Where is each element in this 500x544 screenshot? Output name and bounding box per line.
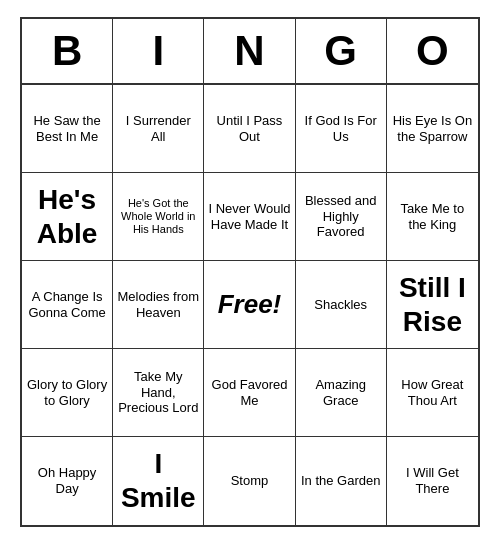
- bingo-cell-16: Take My Hand, Precious Lord: [113, 349, 204, 437]
- bingo-cell-23: In the Garden: [296, 437, 387, 525]
- bingo-cell-12: Free!: [204, 261, 295, 349]
- bingo-cell-10: A Change Is Gonna Come: [22, 261, 113, 349]
- bingo-cell-5: He's Able: [22, 173, 113, 261]
- bingo-cell-11: Melodies from Heaven: [113, 261, 204, 349]
- bingo-letter-n: N: [204, 19, 295, 83]
- bingo-cell-15: Glory to Glory to Glory: [22, 349, 113, 437]
- bingo-cell-1: I Surrender All: [113, 85, 204, 173]
- bingo-cell-20: Oh Happy Day: [22, 437, 113, 525]
- bingo-cell-19: How Great Thou Art: [387, 349, 478, 437]
- bingo-letter-i: I: [113, 19, 204, 83]
- bingo-grid: He Saw the Best In MeI Surrender AllUnti…: [22, 85, 478, 525]
- bingo-cell-18: Amazing Grace: [296, 349, 387, 437]
- bingo-card: BINGO He Saw the Best In MeI Surrender A…: [20, 17, 480, 527]
- bingo-cell-24: I Will Get There: [387, 437, 478, 525]
- bingo-letter-g: G: [296, 19, 387, 83]
- bingo-cell-4: His Eye Is On the Sparrow: [387, 85, 478, 173]
- bingo-letter-b: B: [22, 19, 113, 83]
- bingo-cell-14: Still I Rise: [387, 261, 478, 349]
- bingo-cell-13: Shackles: [296, 261, 387, 349]
- bingo-cell-2: Until I Pass Out: [204, 85, 295, 173]
- bingo-cell-3: If God Is For Us: [296, 85, 387, 173]
- bingo-letter-o: O: [387, 19, 478, 83]
- bingo-cell-9: Take Me to the King: [387, 173, 478, 261]
- bingo-cell-0: He Saw the Best In Me: [22, 85, 113, 173]
- bingo-cell-17: God Favored Me: [204, 349, 295, 437]
- bingo-cell-8: Blessed and Highly Favored: [296, 173, 387, 261]
- bingo-cell-21: I Smile: [113, 437, 204, 525]
- bingo-header: BINGO: [22, 19, 478, 85]
- bingo-cell-22: Stomp: [204, 437, 295, 525]
- bingo-cell-7: I Never Would Have Made It: [204, 173, 295, 261]
- bingo-cell-6: He's Got the Whole World in His Hands: [113, 173, 204, 261]
